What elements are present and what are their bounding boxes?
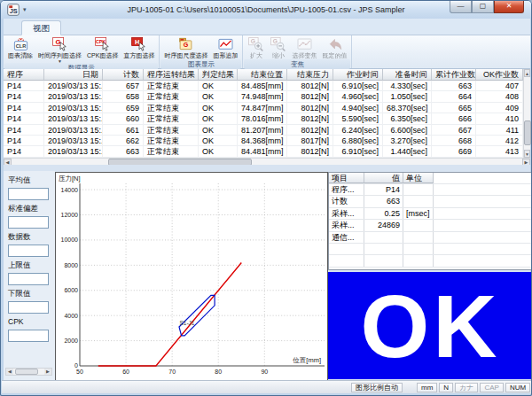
scroll-thumb[interactable]: [15, 369, 38, 375]
table-cell: OK: [199, 91, 238, 102]
column-header[interactable]: 计数: [103, 69, 144, 81]
status-unit-mm: mm: [417, 383, 437, 392]
table-cell: 668: [432, 136, 476, 146]
table-cell: 81.207[mm]: [238, 125, 287, 136]
zoom-select-icon: [296, 36, 313, 52]
column-header[interactable]: 程序运转结果: [144, 69, 199, 81]
info-column-header[interactable]: 项目: [329, 173, 364, 183]
graph-add-button[interactable]: 图形追加: [211, 36, 239, 59]
info-cell-unit: [403, 244, 434, 254]
maximize-button[interactable]: ▢: [472, 1, 494, 13]
pressure-position-chart[interactable]: 0200040006000800010000120001400050607080…: [56, 173, 327, 380]
table-cell: 正常结束: [144, 91, 199, 102]
table-cell: P14: [4, 103, 44, 113]
table-row[interactable]: P142019/03/13 15:...659正常结束OK74.847[mm]8…: [4, 103, 530, 113]
table-cell: 660: [103, 113, 144, 124]
info-cell-item: 程序...: [329, 184, 364, 195]
table-cell: 8017[N]: [287, 136, 333, 146]
column-header[interactable]: 日期: [44, 69, 103, 81]
results-table: 程序日期计数程序运转结果判定结果结束位置结束压力作业时间准备时间累计作业数OK作…: [4, 69, 530, 158]
stat-field-input[interactable]: [8, 330, 49, 342]
svg-text:G: G: [273, 38, 278, 44]
ribbon: CLR图表清除G时间序列图选择▼CPKCPK图选择H直方图选择数据显示G时序图尺…: [4, 35, 530, 69]
svg-text:CLR: CLR: [15, 43, 26, 49]
table-cell: 正常结束: [144, 125, 199, 136]
close-button[interactable]: ✕: [494, 1, 524, 13]
minimize-button[interactable]: —: [450, 1, 472, 13]
stats-horizontal-scrollbar[interactable]: ◀▶: [5, 368, 52, 376]
info-cell-value: [364, 255, 403, 266]
status-kana-indicator: カナ: [455, 383, 478, 392]
table-row[interactable]: P142019/03/13 15:...657正常结束OK84.485[mm]8…: [4, 81, 530, 91]
statistics-panel: 平均值标准偏差数据数上限值下限值CPK◀▶: [4, 171, 55, 381]
svg-text:位置[mm]: 位置[mm]: [293, 356, 321, 364]
column-header[interactable]: OK作业数: [476, 69, 523, 81]
table-cell: 669: [432, 146, 476, 157]
ribbon-group-1: G时序图尺度选择图形追加图表显示: [160, 35, 243, 68]
ribbon-button-label: 时序图尺度选择: [164, 52, 207, 59]
ribbon-button-label: 图表清除: [8, 52, 33, 59]
info-column-header[interactable]: 值: [364, 173, 403, 183]
scroll-left-icon[interactable]: ◀: [6, 369, 13, 375]
clr-button[interactable]: CLR图表清除: [6, 36, 35, 59]
judgment-result-display: OK: [328, 272, 532, 379]
vertical-scroll-thumb[interactable]: [524, 120, 531, 145]
zoom-in-icon: G: [247, 36, 264, 52]
stat-field-input[interactable]: [8, 216, 49, 229]
ribbon-button-label: CPK图选择: [87, 52, 118, 59]
table-cell: 2019/03/13 15:...: [44, 136, 103, 146]
table-cell: OK: [199, 81, 238, 91]
column-header[interactable]: 作业时间: [333, 69, 383, 81]
svg-text:6000: 6000: [64, 287, 78, 293]
stat-field-input[interactable]: [8, 301, 49, 314]
ts-select-button[interactable]: G时间序列图选择▼: [36, 36, 83, 63]
table-row[interactable]: P142019/03/13 15:...663正常结束OK84.481[mm]8…: [4, 146, 530, 157]
table-cell: 4.940[sec]: [333, 103, 383, 113]
info-cell-unit: [msec]: [403, 208, 434, 219]
ts-scale-button[interactable]: G时序图尺度选择: [162, 36, 209, 59]
svg-text:14000: 14000: [61, 187, 79, 193]
tab-view[interactable]: 视图: [21, 20, 61, 35]
table-horizontal-scrollbar[interactable]: ◀ ▶: [4, 158, 530, 165]
stat-field-label: 下限值: [8, 289, 51, 298]
chart-panel[interactable]: 0200040006000800010000120001400050607080…: [55, 172, 328, 381]
scroll-up-icon[interactable]: ▲: [524, 69, 530, 77]
column-header[interactable]: 判定结果: [199, 69, 238, 81]
table-cell: P14: [4, 81, 44, 91]
table-row[interactable]: P142019/03/13 15:...662正常结束OK84.368[mm]8…: [4, 136, 530, 146]
info-cell-item: 采样...: [329, 208, 364, 219]
title-bar[interactable]: JS ▾ JPU-1005-01 C:\Users\10100051\Docum…: [1, 1, 531, 19]
table-cell: OK: [199, 136, 238, 146]
table-row[interactable]: P142019/03/13 15:...661正常结束OK81.207[mm]8…: [4, 125, 530, 136]
table-cell: 2019/03/13 15:...: [44, 81, 103, 91]
column-header[interactable]: 准备时间: [383, 69, 432, 81]
table-cell: 6.240[sec]: [333, 125, 383, 136]
pane-splitter[interactable]: [4, 165, 530, 171]
table-row[interactable]: P142019/03/13 15:...660正常结束OK78.016[mm]8…: [4, 113, 530, 124]
info-cell-value: 24869: [364, 220, 403, 230]
hist-select-button[interactable]: H直方图选择: [121, 36, 156, 59]
svg-text:G: G: [56, 38, 61, 46]
stat-field-input[interactable]: [8, 273, 49, 285]
table-cell: 410: [476, 113, 523, 124]
table-cell: 正常结束: [144, 113, 199, 124]
info-column-header[interactable]: 单位: [403, 173, 434, 183]
table-cell: 正常结束: [144, 146, 199, 157]
column-header[interactable]: 程序: [4, 69, 44, 81]
stat-field-input[interactable]: [8, 188, 49, 200]
column-header[interactable]: 结束压力: [287, 69, 333, 81]
status-unit-n: N: [439, 383, 453, 392]
stat-field-input[interactable]: [8, 245, 49, 257]
scroll-right-icon[interactable]: ▶: [44, 369, 51, 375]
ribbon-group-label: 变焦: [244, 59, 350, 69]
ts-scale-icon: G: [177, 36, 194, 52]
scroll-down-icon[interactable]: ▼: [524, 150, 530, 158]
column-header[interactable]: 累计作业数: [432, 69, 476, 81]
cpk-select-button[interactable]: CPKCPK图选择: [85, 36, 120, 59]
table-cell: 6.350[sec]: [383, 113, 432, 124]
table-row[interactable]: P142019/03/13 15:...658正常结束OK74.948[mm]8…: [4, 91, 530, 102]
results-table-header[interactable]: 程序日期计数程序运转结果判定结果结束位置结束压力作业时间准备时间累计作业数OK作…: [4, 69, 530, 81]
table-cell: 659: [103, 103, 144, 113]
table-vertical-scrollbar[interactable]: ▲ ▼: [523, 69, 530, 158]
column-header[interactable]: 结束位置: [238, 69, 287, 81]
